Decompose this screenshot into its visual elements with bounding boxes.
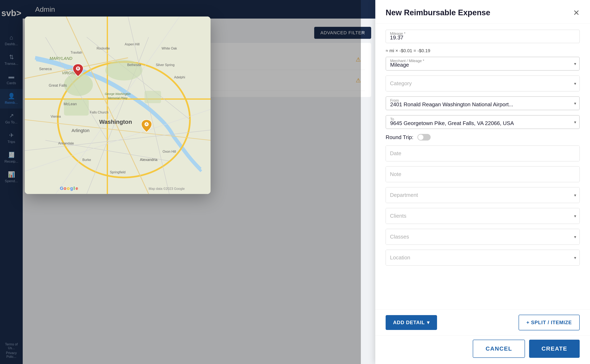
mileage-field-group: Mileage * 19.37	[386, 30, 580, 43]
action-footer: CANCEL CREATE	[375, 335, 590, 364]
panel-title: New Reimbursable Expense	[386, 8, 490, 17]
cancel-button[interactable]: CANCEL	[473, 340, 525, 358]
merchant-dropdown-arrow: ▾	[574, 61, 576, 66]
map-container: Washington Arlington McLean Great Falls …	[25, 17, 210, 194]
location-dropdown-arrow: ▾	[574, 255, 576, 260]
svg-rect-16	[64, 99, 89, 116]
to-field-group: To 9645 Georgetown Pike, Great Falls, VA…	[386, 115, 580, 129]
clients-select[interactable]: Clients ▾	[386, 208, 580, 224]
to-input-container: To 9645 Georgetown Pike, Great Falls, VA…	[386, 115, 579, 129]
svg-text:Travilah: Travilah	[71, 51, 82, 54]
location-placeholder: Location	[386, 250, 579, 265]
merchant-field-group: Merchant / Mileage * Mileage ▾	[386, 57, 580, 71]
round-trip-toggle[interactable]	[417, 134, 431, 141]
department-select[interactable]: Department ▾	[386, 187, 580, 203]
clients-field-group: Clients ▾	[386, 208, 580, 224]
svg-text:George Washington: George Washington	[105, 92, 131, 96]
svg-text:Annandale: Annandale	[58, 142, 74, 145]
to-label: To	[390, 117, 394, 122]
note-field[interactable]: Note	[386, 166, 580, 182]
date-placeholder: Date	[386, 146, 579, 161]
svg-text:l: l	[73, 186, 75, 191]
svg-text:Adelphi: Adelphi	[174, 76, 185, 79]
svg-text:g: g	[70, 186, 73, 191]
mileage-value: 19.37	[390, 34, 569, 41]
from-field-group: From 2401 Ronald Reagan Washington Natio…	[386, 96, 580, 110]
department-field-group: Department ▾	[386, 187, 580, 203]
svg-text:MARYLAND: MARYLAND	[50, 56, 72, 61]
add-detail-button[interactable]: ADD DETAIL ▾	[386, 315, 437, 330]
svg-text:Bethesda: Bethesda	[127, 63, 141, 67]
svg-text:e: e	[76, 186, 78, 191]
svg-text:Springfield: Springfield	[110, 170, 125, 174]
svg-text:Aspen Hill: Aspen Hill	[125, 43, 139, 46]
from-select[interactable]: From 2401 Ronald Reagan Washington Natio…	[386, 96, 580, 110]
split-itemize-button[interactable]: + SPLIT / ITEMIZE	[518, 315, 580, 330]
mileage-formula: ≈ mi × -$0.01 = -$0.19	[386, 48, 580, 53]
svg-text:o: o	[67, 186, 70, 191]
svg-text:Oxon Hill: Oxon Hill	[163, 150, 176, 153]
date-field-group: Date	[386, 145, 580, 161]
category-placeholder: Category	[386, 76, 579, 91]
date-field[interactable]: Date	[386, 145, 580, 161]
note-placeholder: Note	[386, 167, 579, 182]
create-button[interactable]: CREATE	[529, 340, 580, 358]
to-dropdown-arrow: ▾	[574, 120, 576, 125]
classes-dropdown-arrow: ▾	[574, 234, 576, 239]
svg-text:Great Falls: Great Falls	[49, 83, 67, 87]
svg-text:Alexandria: Alexandria	[140, 158, 157, 162]
close-button[interactable]: ✕	[573, 9, 580, 17]
classes-placeholder: Classes	[386, 229, 579, 245]
merchant-select[interactable]: Merchant / Mileage * Mileage ▾	[386, 57, 580, 71]
svg-text:G: G	[60, 186, 63, 191]
svg-text:Vienna: Vienna	[51, 115, 61, 118]
svg-text:Arlington: Arlington	[72, 128, 90, 133]
svg-point-15	[64, 73, 93, 96]
department-dropdown-arrow: ▾	[574, 193, 576, 198]
svg-text:McLean: McLean	[64, 102, 77, 106]
to-select[interactable]: To 9645 Georgetown Pike, Great Falls, VA…	[386, 115, 580, 129]
clients-dropdown-arrow: ▾	[574, 214, 576, 219]
mileage-input-container: Mileage * 19.37	[386, 30, 580, 43]
from-dropdown-arrow: ▾	[574, 101, 576, 106]
merchant-input-container: Merchant / Mileage * Mileage	[386, 57, 579, 70]
svg-text:Burke: Burke	[82, 158, 91, 162]
panel-body: Mileage * 19.37 ≈ mi × -$0.01 = -$0.19 M…	[375, 24, 590, 310]
expense-panel: New Reimbursable Expense ✕ Mileage * 19.…	[375, 0, 590, 364]
category-select[interactable]: Category ▾	[386, 76, 580, 91]
classes-select[interactable]: Classes ▾	[386, 229, 580, 245]
category-dropdown-arrow: ▾	[574, 81, 576, 86]
round-trip-row: Round Trip:	[386, 134, 580, 141]
location-field-group: Location ▾	[386, 250, 580, 266]
svg-text:Memorial Pkwy: Memorial Pkwy	[108, 96, 128, 100]
svg-text:B: B	[77, 67, 79, 70]
svg-text:A: A	[145, 122, 148, 126]
location-select[interactable]: Location ▾	[386, 250, 580, 266]
svg-text:Map data ©2023 Google: Map data ©2023 Google	[149, 187, 185, 190]
svg-text:White Oak: White Oak	[162, 47, 177, 50]
svg-text:Silver Spring: Silver Spring	[156, 63, 175, 67]
svg-point-17	[105, 60, 142, 80]
classes-field-group: Classes ▾	[386, 229, 580, 245]
svg-text:Seneca: Seneca	[39, 67, 52, 71]
merchant-label: Merchant / Mileage *	[390, 59, 424, 63]
panel-footer: ADD DETAIL ▾ + SPLIT / ITEMIZE	[375, 310, 590, 335]
department-placeholder: Department	[386, 187, 579, 203]
svg-text:Rockville: Rockville	[97, 47, 110, 50]
from-input-container: From 2401 Ronald Reagan Washington Natio…	[386, 97, 579, 110]
from-value: 2401 Ronald Reagan Washington National A…	[390, 101, 569, 108]
panel-header: New Reimbursable Expense ✕	[375, 0, 590, 24]
round-trip-label: Round Trip:	[386, 134, 413, 141]
formula-text: ≈ mi × -$0.01 = -$0.19	[386, 48, 430, 53]
mileage-label: Mileage *	[390, 32, 406, 36]
svg-text:Falls Church: Falls Church	[90, 110, 108, 114]
to-value: 9645 Georgetown Pike, Great Falls, VA 22…	[390, 120, 569, 126]
add-detail-dropdown-arrow: ▾	[427, 320, 430, 325]
note-field-group: Note	[386, 166, 580, 182]
svg-text:o: o	[64, 186, 66, 191]
map-modal: Washington Arlington McLean Great Falls …	[25, 17, 210, 194]
svg-text:Washington: Washington	[99, 119, 132, 125]
svg-rect-18	[144, 91, 161, 103]
category-field-group: Category ▾	[386, 76, 580, 91]
clients-placeholder: Clients	[386, 208, 579, 224]
